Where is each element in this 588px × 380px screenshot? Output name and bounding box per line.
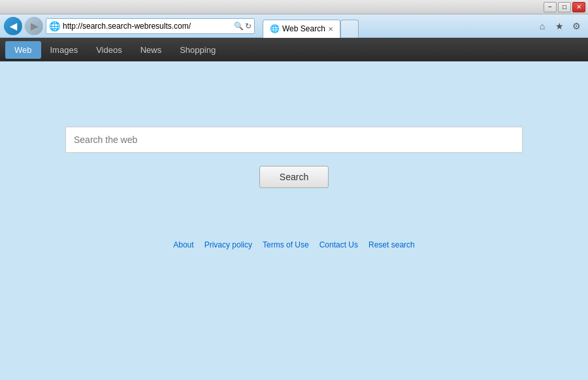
tab-close-icon[interactable]: ✕	[328, 25, 333, 33]
tab-title: Web Search	[282, 24, 325, 33]
toolbar-item-shopping[interactable]: Shopping	[171, 41, 225, 59]
minimize-button[interactable]: −	[544, 2, 557, 12]
search-button[interactable]: Search	[259, 166, 329, 188]
settings-button[interactable]: ⚙	[568, 18, 584, 34]
toolbar-item-web[interactable]: Web	[5, 41, 41, 59]
address-bar-actions: 🔍 ↻	[234, 22, 252, 31]
home-button[interactable]: ⌂	[534, 18, 550, 34]
tab-bar: 🌐 Web Search ✕	[263, 14, 529, 37]
footer-link-privacy-policy[interactable]: Privacy policy	[204, 240, 252, 249]
footer-link-about[interactable]: About	[173, 240, 193, 249]
new-tab-placeholder[interactable]	[340, 20, 359, 38]
footer-links: AboutPrivacy policyTerms of UseContact U…	[173, 240, 414, 249]
title-bar: − □ ✕	[0, 0, 588, 14]
address-bar: 🌐 🔍 ↻	[46, 18, 255, 34]
nav-icons: ⌂ ★ ⚙	[534, 18, 584, 34]
back-button[interactable]: ◀	[4, 17, 22, 35]
search-icon[interactable]: 🔍	[234, 22, 244, 31]
toolbar-item-news[interactable]: News	[131, 41, 171, 59]
favorites-button[interactable]: ★	[551, 18, 567, 34]
main-content: Search AboutPrivacy policyTerms of UseCo…	[0, 61, 588, 380]
toolbar-item-images[interactable]: Images	[41, 41, 88, 59]
refresh-icon[interactable]: ↻	[245, 22, 252, 31]
forward-button[interactable]: ▶	[25, 17, 43, 35]
toolbar-item-videos[interactable]: Videos	[87, 41, 131, 59]
ie-icon: 🌐	[49, 21, 60, 31]
nav-bar: ◀ ▶ 🌐 🔍 ↻ 🌐 Web Search ✕ ⌂ ★ ⚙	[0, 14, 588, 38]
window-controls: − □ ✕	[544, 2, 585, 12]
footer-link-contact-us[interactable]: Contact Us	[319, 240, 358, 249]
search-box-container	[65, 127, 523, 153]
footer-link-reset-search[interactable]: Reset search	[368, 240, 415, 249]
close-button[interactable]: ✕	[572, 2, 585, 12]
maximize-button[interactable]: □	[558, 2, 571, 12]
browser-tab[interactable]: 🌐 Web Search ✕	[263, 20, 340, 38]
address-input[interactable]	[63, 22, 231, 31]
search-toolbar: WebImagesVideosNewsShopping	[0, 38, 588, 61]
tab-ie-icon: 🌐	[270, 24, 280, 33]
search-input[interactable]	[65, 127, 523, 153]
footer-link-terms-of-use[interactable]: Terms of Use	[263, 240, 309, 249]
